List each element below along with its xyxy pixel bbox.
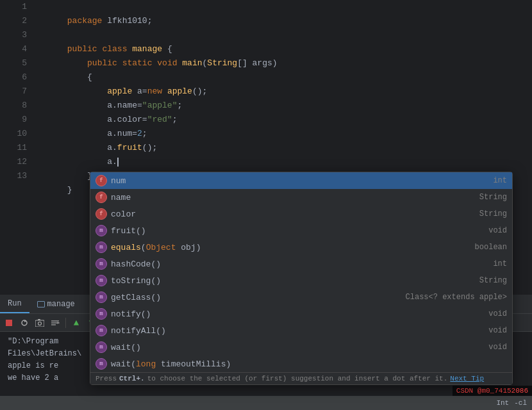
svg-rect-2 bbox=[35, 320, 44, 327]
status-cl: -cl bbox=[514, 399, 527, 407]
line-num-3: 3 bbox=[22, 28, 27, 42]
field-icon-color: f bbox=[96, 208, 107, 220]
autocomplete-type-hashcode: int bbox=[493, 259, 507, 268]
autocomplete-name-getclass: getClass() bbox=[111, 293, 401, 302]
next-tip-link[interactable]: Next Tip bbox=[450, 375, 484, 382]
line-numbers: 1 2 ▶ 3 ▶ 4 5 6 7 8 9 10 11 12 13 bbox=[0, 0, 32, 295]
autocomplete-item-name[interactable]: f name String bbox=[90, 189, 512, 206]
method-icon-tostring: m bbox=[96, 275, 107, 286]
line-num-8: 8 bbox=[22, 99, 27, 113]
scroll-up-button[interactable]: ▲ bbox=[70, 316, 83, 329]
autocomplete-type-wait: void bbox=[488, 343, 507, 352]
hint-text: Press bbox=[96, 375, 117, 382]
svg-rect-4 bbox=[38, 319, 40, 320]
autocomplete-type-equals: boolean bbox=[475, 243, 507, 252]
autocomplete-name-fruit: fruit() bbox=[111, 226, 483, 236]
autocomplete-type-notifyall: void bbox=[488, 326, 507, 335]
line-num-7: 7 bbox=[22, 85, 27, 99]
autocomplete-name-num: num bbox=[111, 176, 488, 186]
method-icon-notifyall: m bbox=[96, 325, 107, 336]
tab-run[interactable]: Run bbox=[0, 295, 29, 313]
rerun-button[interactable] bbox=[18, 316, 31, 329]
method-icon-fruit: m bbox=[96, 225, 107, 236]
autocomplete-type-getclass: Class<? extends apple> bbox=[406, 293, 507, 302]
toolbar-separator bbox=[65, 318, 66, 328]
method-icon-notify: m bbox=[96, 308, 107, 320]
autocomplete-item-tostring[interactable]: m toString() String bbox=[90, 272, 512, 289]
method-icon-hashcode: m bbox=[96, 258, 107, 270]
line-num-2: 2 bbox=[22, 14, 27, 28]
autocomplete-item-wait[interactable]: m wait() void bbox=[90, 339, 512, 356]
autocomplete-dropdown[interactable]: f num int f name String f color String m… bbox=[90, 172, 513, 385]
autocomplete-item-hashcode[interactable]: m hashCode() int bbox=[90, 256, 512, 272]
code-line-6: apple a=new apple(); bbox=[32, 70, 532, 85]
autocomplete-item-wait-long[interactable]: m wait(long timeoutMillis) bbox=[90, 356, 512, 372]
svg-rect-0 bbox=[6, 320, 12, 326]
line-num-1: 1 bbox=[22, 0, 27, 14]
watermark: CSDN @m0_74152086 bbox=[453, 386, 532, 396]
line-num-10: 10 bbox=[17, 127, 27, 141]
autocomplete-item-color[interactable]: f color String bbox=[90, 206, 512, 222]
autocomplete-name-notify: notify() bbox=[111, 309, 483, 319]
tab-manage-icon bbox=[37, 301, 45, 308]
autocomplete-item-getclass[interactable]: m getClass() Class<? extends apple> bbox=[90, 289, 512, 306]
line-num-13: 13 bbox=[17, 169, 27, 183]
autocomplete-name-color: color bbox=[111, 209, 474, 219]
autocomplete-item-num[interactable]: f num int bbox=[90, 172, 512, 189]
line-num-5: 5 bbox=[22, 56, 27, 70]
method-icon-wait-long: m bbox=[96, 358, 107, 370]
autocomplete-item-fruit[interactable]: m fruit() void bbox=[90, 222, 512, 239]
autocomplete-item-notifyall[interactable]: m notifyAll() void bbox=[90, 322, 512, 339]
autocomplete-name-tostring: toString() bbox=[111, 276, 474, 286]
line-num-12: 12 bbox=[17, 155, 27, 169]
autocomplete-name-notifyall: notifyAll() bbox=[111, 326, 483, 336]
line-num-9: 9 bbox=[22, 113, 27, 127]
watermark-text: CSDN @m0_74152086 bbox=[456, 387, 528, 395]
svg-point-3 bbox=[38, 322, 42, 325]
autocomplete-type-notify: void bbox=[488, 309, 507, 318]
autocomplete-type-tostring: String bbox=[479, 276, 507, 285]
autocomplete-hint-bar: Press Ctrl+. to choose the selected (or … bbox=[90, 372, 512, 384]
autocomplete-name-name: name bbox=[111, 193, 474, 202]
line-num-11: 11 bbox=[17, 141, 27, 155]
autocomplete-name-hashcode: hashCode() bbox=[111, 259, 488, 269]
status-bar: Int -cl bbox=[0, 396, 532, 410]
status-int-hint: Int bbox=[496, 399, 509, 407]
autocomplete-type-color: String bbox=[479, 209, 507, 218]
wrap-button[interactable] bbox=[49, 316, 62, 329]
method-icon-getclass: m bbox=[96, 291, 107, 303]
autocomplete-type-fruit: void bbox=[488, 226, 507, 235]
autocomplete-name-equals: equals(Object obj) bbox=[111, 243, 470, 252]
field-icon-name: f bbox=[96, 192, 107, 203]
screenshot-button[interactable] bbox=[33, 316, 46, 329]
method-icon-wait: m bbox=[96, 341, 107, 353]
autocomplete-type-num: int bbox=[493, 176, 507, 185]
autocomplete-name-wait-long: wait(long timeoutMillis) bbox=[111, 359, 502, 369]
field-icon-num: f bbox=[96, 175, 107, 186]
code-line-3: public class manage { bbox=[32, 28, 532, 42]
autocomplete-name-wait: wait() bbox=[111, 343, 483, 352]
autocomplete-type-name: String bbox=[479, 193, 507, 202]
line-num-4: 4 bbox=[22, 42, 27, 56]
method-icon-equals: m bbox=[96, 242, 107, 253]
tab-manage[interactable]: manage bbox=[29, 295, 83, 313]
autocomplete-item-notify[interactable]: m notify() void bbox=[90, 306, 512, 322]
hint-key: Ctrl+. bbox=[119, 375, 145, 382]
line-num-6: 6 bbox=[22, 70, 27, 85]
hint-text-2: to choose the selected (or first) sugges… bbox=[147, 375, 448, 382]
stop-button[interactable] bbox=[3, 316, 15, 329]
autocomplete-item-equals[interactable]: m equals(Object obj) boolean bbox=[90, 239, 512, 256]
code-line-1: package lfkh1010; bbox=[32, 0, 532, 14]
tab-manage-label: manage bbox=[47, 300, 75, 309]
tab-run-label: Run bbox=[8, 299, 22, 308]
